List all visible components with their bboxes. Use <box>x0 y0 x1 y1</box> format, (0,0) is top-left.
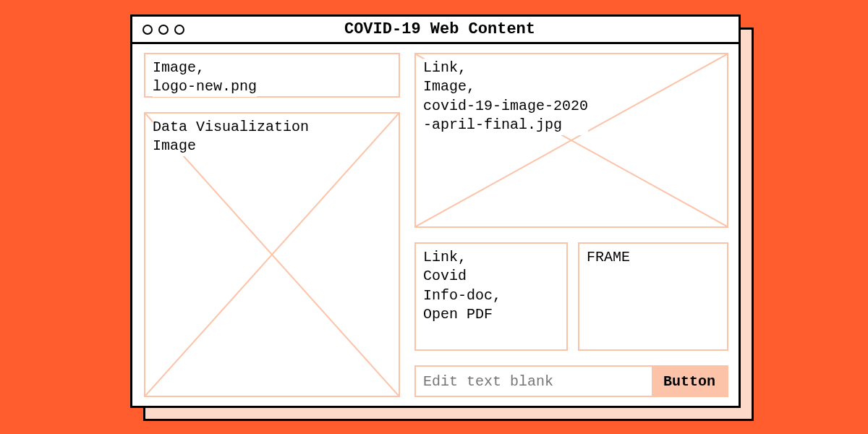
placeholder-label: FRAME <box>587 248 630 267</box>
placeholder-label: Link, Covid Info-doc, Open PDF <box>423 248 501 325</box>
placeholder-label: Image, logo-new.png <box>153 59 257 97</box>
submit-button[interactable]: Button <box>652 367 727 396</box>
placeholder-label: Data Visualization Image <box>153 118 309 156</box>
window-title: COVID-19 Web Content <box>151 20 728 38</box>
text-input[interactable] <box>416 367 652 396</box>
input-row: Button <box>414 365 728 397</box>
hero-image-link-placeholder[interactable]: Link, Image, covid-19-image-2020 -april-… <box>414 53 728 228</box>
app-window: COVID-19 Web Content Image, logo-new.png… <box>130 14 741 408</box>
content-area: Image, logo-new.png Data Visualization I… <box>144 53 727 396</box>
frame-placeholder: FRAME <box>578 242 728 351</box>
logo-image-placeholder: Image, logo-new.png <box>144 53 400 98</box>
data-visualization-placeholder: Data Visualization Image <box>144 112 400 397</box>
placeholder-label: Link, Image, covid-19-image-2020 -april-… <box>423 59 588 135</box>
pdf-link-placeholder[interactable]: Link, Covid Info-doc, Open PDF <box>414 242 568 351</box>
titlebar: COVID-19 Web Content <box>132 17 739 44</box>
